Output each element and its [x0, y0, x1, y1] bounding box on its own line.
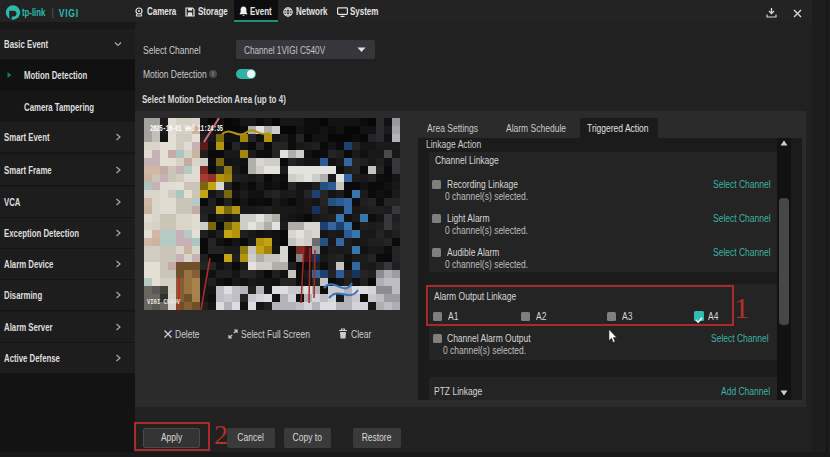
svg-text:2025-10-01 Wed 11:24:35: 2025-10-01 Wed 11:24:35	[150, 124, 223, 134]
svg-text:|: |	[52, 8, 54, 19]
svg-text:VIGI C540V: VIGI C540V	[147, 298, 180, 306]
svg-text:VIGI: VIGI	[59, 7, 79, 19]
svg-text:tp-link: tp-link	[22, 8, 45, 19]
